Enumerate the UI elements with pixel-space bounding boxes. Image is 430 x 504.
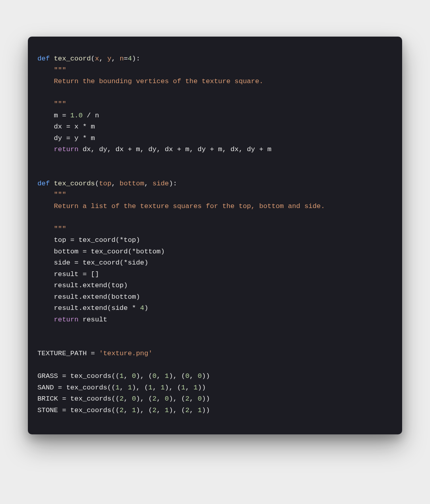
paren-close: ): (132, 55, 140, 62)
default-value: 4 (128, 55, 132, 62)
paren-open: ( (91, 55, 95, 62)
code-line: result.extend(side * (37, 304, 140, 312)
param-bottom: bottom (119, 180, 144, 187)
sep: ), ( (169, 372, 185, 380)
number: 0 (132, 372, 136, 380)
function-name: tex_coord (54, 55, 91, 62)
code-line: m = (37, 112, 70, 119)
keyword-return: return (54, 316, 78, 323)
number: 1 (165, 407, 169, 414)
code-line: ) (144, 304, 148, 312)
number: 1 (197, 407, 201, 414)
sep: ), ( (165, 384, 181, 391)
code-line: side = tex_coord(*side) (37, 259, 148, 267)
number: 2 (119, 407, 123, 414)
number: 1 (181, 384, 185, 391)
number: 1 (194, 384, 197, 391)
number: 1 (165, 372, 169, 380)
number: 2 (152, 395, 156, 403)
number: 0 (197, 372, 201, 380)
docstring-open: """ (54, 66, 66, 74)
comma: , (99, 55, 108, 62)
sep: , (124, 395, 132, 403)
param-side: side (152, 180, 169, 187)
function-name: tex_coords (54, 180, 95, 187)
code-line: bottom = tex_coord(*bottom) (37, 248, 165, 255)
return-expr: dx, dy, dx + m, dy, dx + m, dy + m, dx, … (78, 146, 272, 153)
paren-open: ( (95, 180, 99, 187)
global-lhs: SAND = tex_coords(( (37, 384, 115, 391)
code-card: def tex_coord(x, y, n=4): """ Return the… (28, 37, 402, 434)
sep: , (190, 372, 198, 380)
global-lhs: TEXTURE_PATH = (37, 350, 99, 357)
number: 1 (161, 384, 165, 391)
sep: , (152, 384, 161, 391)
param-top: top (99, 180, 111, 187)
docstring-close: """ (37, 225, 66, 233)
sep: ), ( (136, 407, 152, 414)
number: 2 (119, 395, 123, 403)
sep: ), ( (169, 395, 185, 403)
comma: , (111, 55, 120, 62)
sep: ), ( (132, 384, 148, 391)
docstring-close: """ (37, 100, 66, 108)
global-lhs: GRASS = tex_coords(( (37, 372, 119, 380)
number: 1 (128, 384, 132, 391)
code-line: result.extend(bottom) (37, 293, 140, 301)
sep: , (124, 372, 132, 380)
code-line: top = tex_coord(*top) (37, 236, 140, 244)
sep: , (185, 384, 194, 391)
close: )) (202, 372, 210, 380)
number: 2 (185, 395, 189, 403)
close: )) (202, 407, 210, 414)
keyword-def: def (37, 180, 50, 187)
docstring-body: Return a list of the texture squares for… (37, 202, 325, 210)
sep: ), ( (136, 395, 152, 403)
keyword-def: def (37, 55, 50, 62)
string-literal: 'texture.png' (99, 350, 152, 357)
number: 0 (165, 395, 169, 403)
global-lhs: BRICK = tex_coords(( (37, 395, 119, 403)
global-lhs: STONE = tex_coords(( (37, 407, 119, 414)
code-block: def tex_coord(x, y, n=4): """ Return the… (37, 53, 393, 416)
number: 2 (185, 407, 189, 414)
sep: ), ( (136, 372, 152, 380)
comma: , (111, 180, 120, 187)
code-line: result.extend(top) (37, 282, 128, 289)
code-line: dx = x * m (37, 123, 95, 130)
close: )) (197, 384, 206, 391)
number: 1.0 (70, 112, 83, 119)
code-line: dy = y * m (37, 134, 95, 142)
number: 0 (152, 372, 156, 380)
close: )) (202, 395, 210, 403)
number: 0 (185, 372, 189, 380)
number: 1 (149, 384, 152, 391)
number: 2 (152, 407, 156, 414)
number: 1 (115, 384, 119, 391)
equals: = (124, 55, 128, 62)
keyword-return: return (54, 146, 78, 153)
code-line: / n (82, 112, 99, 119)
param-n: n (119, 55, 123, 62)
comma: , (144, 180, 152, 187)
sep: , (119, 384, 128, 391)
number: 1 (119, 372, 123, 380)
param-x: x (95, 55, 99, 62)
return-expr: result (78, 316, 107, 323)
sep: , (124, 407, 132, 414)
docstring-body: Return the bounding vertices of the text… (37, 78, 263, 85)
docstring-open: """ (54, 191, 66, 198)
number: 4 (140, 304, 144, 312)
sep: , (156, 372, 165, 380)
number: 0 (197, 395, 201, 403)
sep: , (190, 395, 198, 403)
paren-close: ): (169, 180, 177, 187)
param-y: y (107, 55, 111, 62)
sep: , (156, 395, 165, 403)
sep: , (190, 407, 198, 414)
sep: , (156, 407, 165, 414)
number: 1 (132, 407, 136, 414)
code-line: result = [] (37, 270, 99, 278)
number: 0 (132, 395, 136, 403)
sep: ), ( (169, 407, 185, 414)
